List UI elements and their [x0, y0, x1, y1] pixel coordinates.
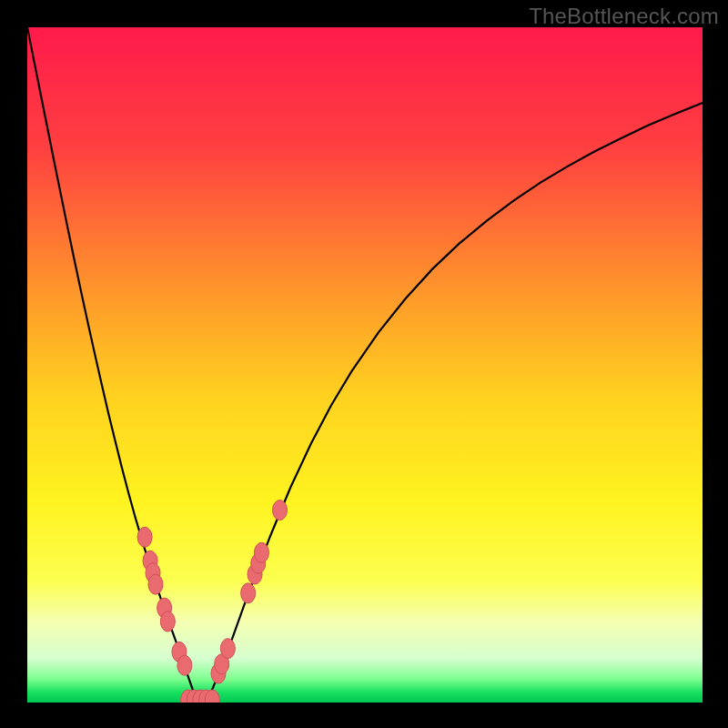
- gradient-background: [27, 27, 703, 703]
- curve-marker: [273, 500, 288, 521]
- curve-marker: [137, 527, 152, 547]
- curve-marker: [148, 574, 163, 594]
- curve-marker: [254, 542, 268, 562]
- curve-marker: [205, 690, 219, 710]
- bottleneck-chart: [0, 0, 728, 728]
- curve-marker: [177, 655, 192, 675]
- curve-marker: [220, 639, 235, 659]
- curve-marker: [160, 612, 175, 632]
- curve-marker: [241, 583, 256, 603]
- watermark-text: TheBottleneck.com: [529, 4, 719, 29]
- chart-stage: TheBottleneck.com: [0, 0, 728, 728]
